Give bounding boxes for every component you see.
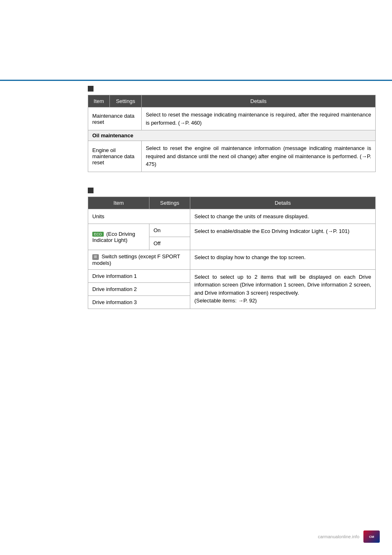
drive-info-details: Select to select up to 2 items that will… [190,269,376,309]
engine-oil-reset-details: Select to reset the engine oil maintenan… [141,141,375,172]
section2-header-settings: Settings [149,197,190,209]
watermark-text: carmanualonline.info [318,534,359,539]
bottom-watermark: carmanualonline.info CM [318,530,380,543]
eco-icon: ECO [92,232,104,237]
top-rule [0,80,392,81]
section1-header-details: Details [141,95,375,107]
watermark-logo-icon: CM [363,530,380,543]
section2-marker [88,188,376,193]
section2-header-item: Item [88,197,149,209]
engine-oil-reset-item: Engine oil maintenance data reset [88,141,142,172]
table-row: ECO (Eco Driving Indicator Light) On Sel… [88,224,376,237]
content-area: Item Settings Details Maintenance data r… [0,0,392,309]
section1-header-item: Item [88,95,110,107]
section2-square [88,188,94,193]
table-row: Engine oil maintenance data reset Select… [88,141,376,172]
units-details: Select to change the units of measure di… [190,209,376,224]
table-row: Drive information 1 Select to select up … [88,269,376,282]
drive-info-2-item: Drive information 2 [88,282,190,295]
section2-header-details: Details [190,197,376,209]
section1-header-settings: Settings [110,95,142,107]
eco-off-setting: Off [149,237,190,250]
units-item: Units [88,209,190,224]
page-container: Item Settings Details Maintenance data r… [0,0,392,555]
table-row: Oil maintenance [88,130,376,141]
eco-on-setting: On [149,224,190,237]
maintenance-reset-item: Maintenance data reset [88,107,142,130]
drive-info-3-item: Drive information 3 [88,295,190,309]
switch-icon: ⊞ [92,254,99,260]
section1-marker [88,86,376,92]
table-row: Maintenance data reset Select to reset t… [88,107,376,130]
table-row: ⊞ Switch settings (except F SPORT models… [88,250,376,270]
eco-driving-item: ECO (Eco Driving Indicator Light) [88,224,149,250]
switch-settings-item: ⊞ Switch settings (except F SPORT models… [88,250,190,270]
eco-driving-details: Select to enable/disable the Eco Driving… [190,224,376,250]
section1-square [88,86,94,92]
maintenance-reset-details: Select to reset the message indicating m… [141,107,375,130]
drive-info-1-item: Drive information 1 [88,269,190,282]
table-row: Units Select to change the units of meas… [88,209,376,224]
switch-settings-label: Switch settings (except F SPORT models) [92,253,180,266]
oil-maintenance-header: Oil maintenance [88,130,376,141]
switch-settings-details: Select to display how to change the top … [190,250,376,270]
section1-table: Item Settings Details Maintenance data r… [88,95,376,172]
section2-table: Item Settings Details Units Select to ch… [88,197,376,309]
section-gap [88,179,376,188]
